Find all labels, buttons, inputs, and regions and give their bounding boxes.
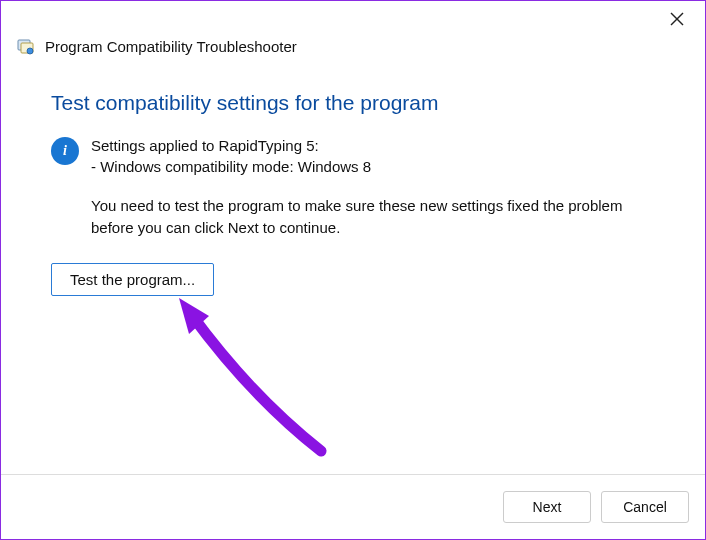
troubleshooter-icon xyxy=(17,37,35,55)
footer: Next Cancel xyxy=(1,474,705,539)
info-icon: i xyxy=(51,137,79,165)
content-area: Test compatibility settings for the prog… xyxy=(1,67,705,474)
window-title: Program Compatibility Troubleshooter xyxy=(45,38,297,55)
close-button[interactable] xyxy=(663,7,691,31)
compatibility-mode-line: - Windows compatibility mode: Windows 8 xyxy=(91,156,371,177)
info-row: i Settings applied to RapidTyping 5: - W… xyxy=(51,135,665,177)
test-program-button[interactable]: Test the program... xyxy=(51,263,214,296)
applied-settings-text: Settings applied to RapidTyping 5: - Win… xyxy=(91,135,371,177)
titlebar xyxy=(1,1,705,37)
instruction-text: You need to test the program to make sur… xyxy=(91,195,665,239)
header: Program Compatibility Troubleshooter xyxy=(1,37,705,67)
settings-applied-line: Settings applied to RapidTyping 5: xyxy=(91,135,371,156)
troubleshooter-window: Program Compatibility Troubleshooter Tes… xyxy=(0,0,706,540)
svg-point-4 xyxy=(27,48,33,54)
next-button[interactable]: Next xyxy=(503,491,591,523)
cancel-button[interactable]: Cancel xyxy=(601,491,689,523)
page-heading: Test compatibility settings for the prog… xyxy=(51,91,665,115)
close-icon xyxy=(670,12,684,26)
